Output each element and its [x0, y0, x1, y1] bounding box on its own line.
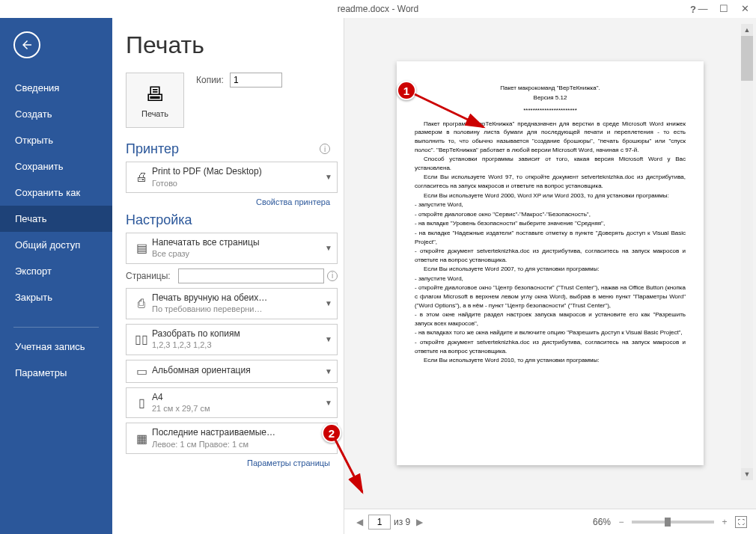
- sidebar-item-save[interactable]: Сохранить: [0, 153, 112, 179]
- collate-select[interactable]: ▯▯ Разобрать по копиям 1,2,3 1,2,3 1,2,3…: [126, 324, 338, 355]
- title-bar: readme.docx - Word ? — ☐ ✕: [0, 0, 756, 18]
- printer-status: Готово: [152, 178, 322, 188]
- scroll-thumb[interactable]: [741, 36, 753, 81]
- page-params-link[interactable]: Параметры страницы: [126, 458, 330, 467]
- preview-scrollbar[interactable]: ▲ ▼: [741, 24, 753, 480]
- sidebar-divider: [13, 327, 99, 328]
- sidebar-item-open[interactable]: Открыть: [0, 127, 112, 153]
- print-button-label: Печать: [141, 109, 168, 118]
- zoom-level: 66%: [593, 517, 611, 527]
- printer-select[interactable]: 🖨 Print to PDF (Mac Desktop) Готово ▼: [126, 162, 338, 193]
- page-title: Печать: [126, 31, 338, 59]
- printer-section-title: Принтер i: [126, 141, 338, 157]
- duplex-icon: ⎙: [131, 297, 152, 310]
- window-title: readme.docx - Word: [338, 4, 419, 14]
- printer-properties-link[interactable]: Свойства принтера: [126, 197, 330, 206]
- chevron-down-icon: ▼: [325, 244, 332, 252]
- svg-line-0: [415, 94, 484, 127]
- orientation-select[interactable]: ▭ Альбомная ориентация ▼: [126, 360, 338, 383]
- chevron-down-icon: ▼: [325, 173, 332, 181]
- print-scope-select[interactable]: ▤ Напечатать все страницы Все сразу ▼: [126, 233, 338, 264]
- preview-area: Пакет макрокоманд "ВерТеКнижка". Версия …: [344, 18, 756, 509]
- paper-icon: ▯: [131, 396, 152, 410]
- window-controls: — ☐ ✕: [698, 3, 750, 13]
- sidebar-item-account[interactable]: Учетная запись: [0, 334, 112, 360]
- close-icon[interactable]: ✕: [740, 3, 750, 13]
- scroll-down-icon[interactable]: ▼: [741, 468, 753, 480]
- chevron-down-icon: ▼: [325, 367, 332, 375]
- settings-section-title: Настройка: [126, 212, 338, 228]
- sidebar-item-share[interactable]: Общий доступ: [0, 232, 112, 258]
- duplex-select[interactable]: ⎙ Печать вручную на обеих… По требованию…: [126, 288, 338, 319]
- sidebar-item-close[interactable]: Закрыть: [0, 284, 112, 310]
- help-icon[interactable]: ?: [690, 4, 696, 15]
- margins-icon: ▦: [131, 432, 152, 446]
- svg-line-1: [335, 440, 362, 492]
- minimize-icon[interactable]: —: [698, 3, 708, 13]
- pages-input[interactable]: [178, 268, 324, 283]
- sidebar-item-options[interactable]: Параметры: [0, 360, 112, 386]
- backstage-sidebar: Сведения Создать Открыть Сохранить Сохра…: [0, 18, 112, 534]
- scroll-up-icon[interactable]: ▲: [741, 24, 753, 36]
- margins-select[interactable]: ▦ Последние настраиваемые… Левое: 1 см П…: [126, 423, 338, 454]
- sidebar-item-new[interactable]: Создать: [0, 101, 112, 127]
- chevron-down-icon: ▼: [325, 299, 332, 307]
- printer-icon: 🖶: [145, 83, 165, 106]
- copies-label: Копии:: [196, 75, 224, 85]
- next-page-button[interactable]: ▶: [413, 516, 425, 528]
- copies-input[interactable]: [230, 73, 282, 88]
- sidebar-item-saveas[interactable]: Сохранить как: [0, 179, 112, 206]
- printer-name: Print to PDF (Mac Desktop): [152, 166, 322, 178]
- info-icon[interactable]: i: [320, 144, 330, 154]
- sidebar-item-print[interactable]: Печать: [0, 206, 112, 232]
- chevron-down-icon: ▼: [325, 335, 332, 343]
- page-number-input[interactable]: [368, 515, 391, 530]
- sidebar-item-export[interactable]: Экспорт: [0, 258, 112, 284]
- pages-icon: ▤: [131, 241, 152, 255]
- back-button[interactable]: [13, 31, 40, 58]
- printer-small-icon: 🖨: [131, 171, 152, 184]
- print-button[interactable]: 🖶 Печать: [126, 73, 184, 128]
- annotation-arrow-1: [410, 88, 500, 141]
- zoom-in-button[interactable]: +: [719, 516, 731, 528]
- fit-page-button[interactable]: ⛶: [735, 516, 747, 528]
- sidebar-item-info[interactable]: Сведения: [0, 75, 112, 101]
- chevron-down-icon: ▼: [325, 399, 332, 407]
- zoom-out-button[interactable]: −: [615, 516, 627, 528]
- page-of-label: из 9: [394, 517, 410, 527]
- annotation-arrow-2: [329, 434, 374, 501]
- pages-label: Страницы:: [126, 271, 178, 281]
- orientation-icon: ▭: [131, 364, 152, 378]
- collate-icon: ▯▯: [131, 332, 152, 346]
- maximize-icon[interactable]: ☐: [719, 3, 729, 13]
- paper-size-select[interactable]: ▯ A4 21 см x 29,7 см ▼: [126, 387, 338, 419]
- zoom-slider[interactable]: [632, 521, 714, 524]
- preview-footer: ◀ из 9 ▶ 66% − + ⛶: [344, 509, 756, 534]
- prev-page-button[interactable]: ◀: [353, 516, 365, 528]
- print-panel: Печать 🖶 Печать Копии: Принтер i 🖨 Print: [112, 18, 344, 534]
- preview-panel: Пакет макрокоманд "ВерТеКнижка". Версия …: [344, 18, 756, 534]
- info-icon[interactable]: i: [327, 271, 338, 281]
